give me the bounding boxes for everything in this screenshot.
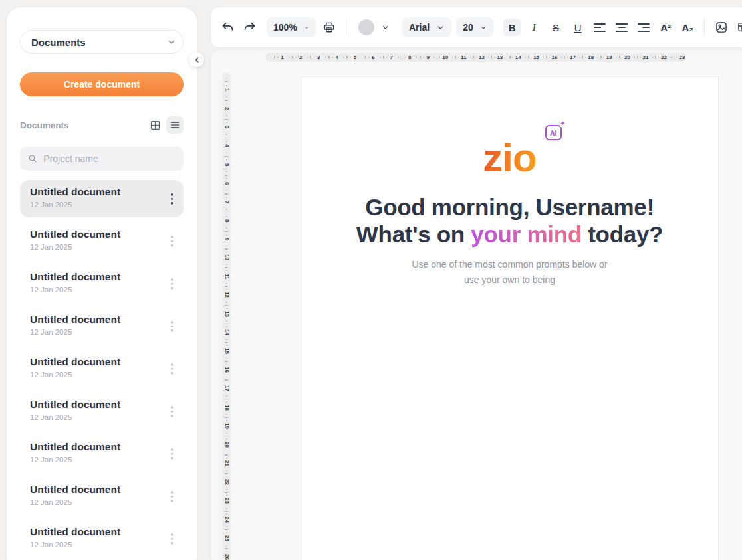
document-date: 12 Jan 2025 — [30, 456, 164, 464]
ruler-cell: 8 — [396, 53, 414, 62]
align-right-button[interactable] — [635, 19, 652, 36]
ruler-cell: 5 — [341, 53, 359, 62]
ruler-cell: 7 — [222, 187, 231, 206]
document-date: 12 Jan 2025 — [30, 286, 164, 294]
document-title: Untitled document — [30, 356, 164, 368]
document-list-item[interactable]: Untitled document 12 Jan 2025 — [20, 180, 184, 217]
ruler-cell: 20 — [222, 431, 231, 450]
zio-logo-text: zio — [483, 136, 536, 180]
ruler-cell: 9 — [414, 53, 432, 62]
ruler-cell: 25 — [222, 525, 231, 543]
document-title: Untitled document — [30, 186, 164, 198]
font-family-select[interactable]: Arial — [402, 17, 451, 37]
italic-button[interactable]: I — [525, 19, 543, 36]
ruler-cell: 23 — [222, 487, 231, 506]
superscript-button[interactable]: A² — [657, 19, 674, 36]
subtitle-line2: use your own to being — [464, 274, 555, 285]
ruler-cell: 4 — [322, 53, 340, 62]
greeting-line1: Good morning, Username! — [365, 194, 654, 220]
ruler-cell: 23 — [669, 53, 687, 62]
kebab-menu-button[interactable] — [168, 361, 176, 377]
ruler-cell: 15 — [523, 53, 541, 62]
zoom-select[interactable]: 100% — [267, 17, 316, 37]
document-list-item[interactable]: Untitled document 12 Jan 2025 — [20, 223, 184, 260]
ruler-cell: 13 — [222, 300, 231, 318]
kebab-menu-button[interactable] — [168, 488, 176, 505]
document-page[interactable]: zio AI ✦ Good morning, Username! What's … — [301, 76, 719, 560]
text-color-dropdown[interactable] — [376, 19, 394, 36]
document-title: Untitled document — [30, 229, 164, 240]
kebab-menu-button[interactable] — [168, 191, 176, 207]
document-date: 12 Jan 2025 — [30, 541, 164, 549]
ruler-cell: 18 — [222, 393, 231, 412]
search-box — [20, 147, 184, 171]
align-center-button[interactable] — [613, 19, 630, 36]
document-list-item[interactable]: Untitled document 12 Jan 2025 — [20, 350, 184, 387]
bold-button[interactable]: B — [503, 19, 521, 36]
toolbar-divider — [346, 19, 346, 36]
list-view-icon — [170, 120, 180, 130]
font-size-select[interactable]: 20 — [456, 17, 493, 37]
ruler-cell: 10 — [432, 53, 450, 62]
ruler-cell: 6 — [359, 53, 377, 62]
kebab-menu-button[interactable] — [168, 446, 176, 462]
print-button[interactable] — [320, 19, 338, 36]
document-list-item[interactable]: Untitled document 12 Jan 2025 — [20, 265, 184, 302]
ruler-cell: 24 — [222, 506, 231, 524]
ruler-cell: 5 — [222, 150, 231, 169]
search-input[interactable] — [43, 153, 176, 164]
ruler-cell: 16 — [541, 53, 559, 62]
redo-button[interactable] — [241, 19, 258, 36]
ruler-cell: 12 — [222, 281, 231, 300]
print-icon — [322, 21, 336, 34]
document-list-item[interactable]: Untitled document 12 Jan 2025 — [20, 520, 184, 557]
strikethrough-button[interactable]: S — [547, 19, 564, 36]
undo-button[interactable] — [219, 19, 236, 36]
chevron-down-icon — [167, 37, 176, 47]
chevron-down-icon — [480, 23, 487, 32]
sidebar-collapse-button[interactable] — [189, 52, 204, 67]
ai-badge: AI ✦ — [545, 125, 562, 140]
kebab-menu-button[interactable] — [168, 531, 176, 547]
text-color-swatch[interactable] — [358, 19, 374, 35]
kebab-menu-button[interactable] — [168, 233, 176, 250]
editor-canvas: 1234567891011121314151617181920212223 12… — [210, 50, 742, 560]
document-date: 12 Jan 2025 — [30, 328, 164, 336]
underline-button[interactable]: U — [569, 19, 586, 36]
grid-view-button[interactable] — [146, 116, 164, 134]
ruler-cell: 6 — [222, 169, 231, 187]
redo-icon — [243, 21, 257, 35]
document-date: 12 Jan 2025 — [30, 243, 164, 251]
kebab-menu-button[interactable] — [168, 318, 176, 335]
ruler-cell: 19 — [596, 53, 614, 62]
zoom-value: 100% — [273, 22, 297, 33]
insert-table-button[interactable] — [735, 19, 742, 36]
ai-badge-label: AI — [550, 129, 557, 137]
ruler-cell: 21 — [632, 53, 650, 62]
horizontal-ruler: 1234567891011121314151617181920212223 — [265, 53, 687, 62]
document-list-item[interactable]: Untitled document 12 Jan 2025 — [20, 478, 184, 515]
ruler-cell: 18 — [578, 53, 596, 62]
document-list-item[interactable]: Untitled document 12 Jan 2025 — [20, 393, 184, 430]
insert-image-button[interactable] — [713, 19, 730, 36]
ruler-cell: 13 — [487, 53, 505, 62]
kebab-menu-button[interactable] — [168, 403, 176, 420]
ruler-cell: 14 — [222, 318, 231, 337]
chevron-down-icon — [436, 23, 445, 32]
align-left-button[interactable] — [591, 19, 608, 36]
ruler-cell: 8 — [222, 206, 231, 225]
undo-icon — [221, 21, 235, 35]
kebab-menu-button[interactable] — [168, 276, 176, 292]
subscript-button[interactable]: A₂ — [679, 19, 696, 36]
document-title: Untitled document — [30, 271, 164, 283]
align-center-icon — [616, 23, 628, 32]
ruler-cell: 7 — [377, 53, 395, 62]
ruler-cell: 3 — [305, 53, 322, 62]
chevron-down-icon — [381, 23, 390, 32]
document-list-item[interactable]: Untitled document 12 Jan 2025 — [20, 435, 184, 472]
list-view-button[interactable] — [166, 116, 184, 134]
create-document-button[interactable]: Create document — [20, 72, 184, 96]
collection-selector[interactable]: Documents — [20, 30, 184, 54]
insert-table-icon — [737, 21, 742, 34]
document-list-item[interactable]: Untitled document 12 Jan 2025 — [20, 308, 184, 345]
